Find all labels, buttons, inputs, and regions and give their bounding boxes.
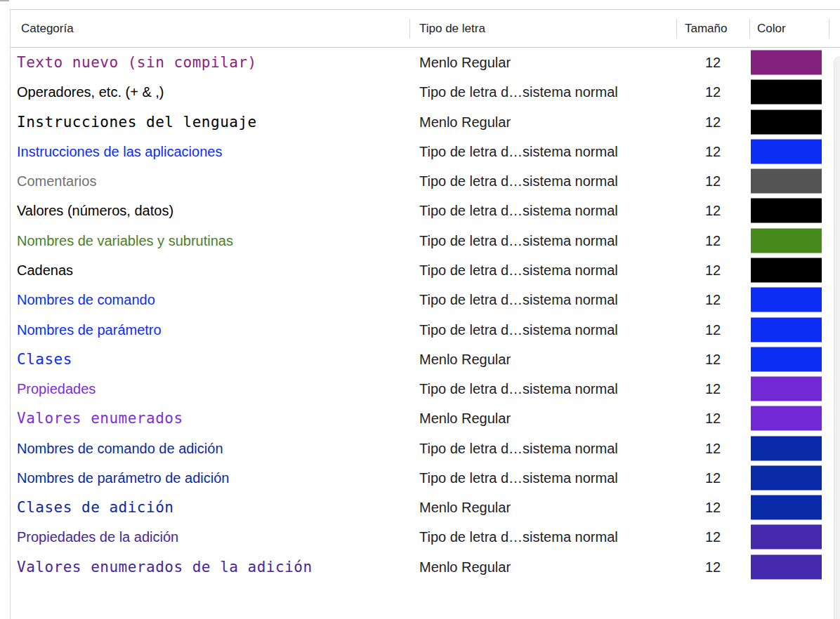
font-cell: Menlo Regular (419, 114, 511, 130)
size-cell: 12 (676, 559, 749, 575)
color-swatch[interactable] (751, 80, 822, 105)
table-row[interactable]: Nombres de comando de adición Tipo de le… (11, 433, 840, 462)
color-swatch[interactable] (751, 109, 822, 134)
table-row[interactable]: Instrucciones del lenguaje Menlo Regular… (11, 107, 840, 137)
font-cell: Tipo de letra d…sistema normal (419, 262, 618, 278)
color-swatch[interactable] (751, 347, 822, 371)
font-cell: Menlo Regular (419, 351, 511, 367)
table-row[interactable]: Nombres de parámetro de adición Tipo de … (11, 463, 840, 493)
size-cell: 12 (676, 470, 749, 486)
font-cell: Tipo de letra d…sistema normal (419, 232, 618, 248)
color-swatch[interactable] (751, 288, 822, 312)
table-row[interactable]: Nombres de comando Tipo de letra d…siste… (11, 285, 840, 314)
size-cell: 12 (676, 500, 749, 516)
header-column-divider (749, 19, 750, 39)
category-label: Nombres de parámetro de adición (17, 470, 229, 486)
category-label: Valores enumerados (17, 410, 183, 427)
column-header-tamano[interactable]: Tamaño (685, 10, 727, 47)
category-label: Nombres de variables y subrutinas (17, 232, 233, 248)
column-header-categoria[interactable]: Categoría (21, 10, 74, 47)
table-row[interactable]: Nombres de parámetro Tipo de letra d…sis… (11, 314, 840, 344)
category-label: Operadores, etc. (+ & ,) (17, 84, 164, 100)
vertical-scrollbar[interactable] (834, 56, 840, 619)
category-label: Nombres de comando de adición (17, 440, 223, 456)
category-label: Valores enumerados de la adición (17, 559, 313, 575)
table-row[interactable]: Texto nuevo (sin compilar) Menlo Regular… (11, 48, 840, 77)
color-swatch[interactable] (751, 51, 822, 75)
font-cell: Tipo de letra d…sistema normal (419, 143, 618, 159)
color-swatch[interactable] (751, 199, 822, 223)
color-swatch[interactable] (751, 495, 822, 520)
category-label: Propiedades de la adición (17, 529, 178, 545)
column-header-tipo-de-letra[interactable]: Tipo de letra (419, 10, 485, 47)
table-row[interactable]: Propiedades Tipo de letra d…sistema norm… (11, 374, 840, 404)
header-column-divider (829, 19, 829, 39)
size-cell: 12 (676, 262, 749, 278)
table-row[interactable]: Valores enumerados Menlo Regular 12 (11, 404, 840, 433)
format-table-panel: Categoría Tipo de letra Tamaño Color Tex… (10, 9, 840, 619)
header-column-divider (676, 19, 677, 39)
color-swatch[interactable] (751, 554, 822, 579)
color-swatch[interactable] (751, 525, 822, 550)
size-cell: 12 (676, 381, 749, 397)
category-label: Instrucciones del lenguaje (17, 114, 257, 131)
table-row[interactable]: Clases Menlo Regular 12 (11, 345, 840, 374)
table-row[interactable]: Cadenas Tipo de letra d…sistema normal 1… (11, 255, 840, 285)
category-label: Texto nuevo (sin compilar) (17, 54, 257, 71)
color-swatch[interactable] (751, 169, 822, 194)
category-label: Nombres de comando (17, 292, 155, 308)
color-swatch[interactable] (751, 465, 822, 490)
size-cell: 12 (676, 321, 749, 338)
font-cell: Tipo de letra d…sistema normal (419, 440, 618, 456)
size-cell: 12 (676, 529, 749, 545)
top-left-divider-artifact (0, 0, 9, 1)
font-cell: Tipo de letra d…sistema normal (419, 529, 618, 545)
script-editor-format-table: { "header": { "columns": [ { "label": "C… (0, 0, 840, 619)
size-cell: 12 (676, 411, 749, 427)
font-cell: Menlo Regular (419, 55, 511, 71)
font-cell: Tipo de letra d…sistema normal (419, 292, 618, 308)
color-swatch[interactable] (751, 406, 822, 431)
color-swatch[interactable] (751, 377, 822, 401)
size-cell: 12 (676, 232, 749, 248)
size-cell: 12 (676, 114, 749, 130)
font-cell: Tipo de letra d…sistema normal (419, 470, 618, 486)
size-cell: 12 (676, 292, 749, 308)
font-cell: Tipo de letra d…sistema normal (419, 84, 618, 100)
category-label: Valores (números, datos) (17, 203, 173, 219)
size-cell: 12 (676, 84, 749, 100)
category-label: Comentarios (17, 173, 96, 189)
color-swatch[interactable] (751, 228, 822, 253)
color-swatch[interactable] (751, 436, 822, 460)
font-cell: Tipo de letra d…sistema normal (419, 381, 618, 397)
category-label: Propiedades (17, 381, 96, 397)
table-row[interactable]: Clases de adición Menlo Regular 12 (11, 493, 840, 522)
size-cell: 12 (676, 55, 749, 71)
color-swatch[interactable] (751, 317, 822, 342)
table-body: Texto nuevo (sin compilar) Menlo Regular… (11, 48, 840, 619)
font-cell: Tipo de letra d…sistema normal (419, 321, 618, 338)
color-swatch[interactable] (751, 258, 822, 282)
size-cell: 12 (676, 173, 749, 189)
font-cell: Menlo Regular (419, 500, 511, 516)
table-row[interactable]: Operadores, etc. (+ & ,) Tipo de letra d… (11, 77, 840, 107)
font-cell: Tipo de letra d…sistema normal (419, 173, 618, 189)
category-label: Instrucciones de las aplicaciones (17, 143, 222, 159)
size-cell: 12 (676, 143, 749, 159)
font-cell: Tipo de letra d…sistema normal (419, 203, 618, 219)
table-header: Categoría Tipo de letra Tamaño Color (11, 10, 840, 48)
size-cell: 12 (676, 440, 749, 456)
table-row[interactable]: Valores enumerados de la adición Menlo R… (11, 552, 840, 582)
table-row[interactable]: Instrucciones de las aplicaciones Tipo d… (11, 137, 840, 166)
table-row[interactable]: Nombres de variables y subrutinas Tipo d… (11, 226, 840, 255)
category-label: Clases (17, 351, 72, 368)
table-row[interactable]: Comentarios Tipo de letra d…sistema norm… (11, 166, 840, 196)
column-header-color[interactable]: Color (757, 10, 786, 47)
category-label: Clases de adición (17, 499, 173, 516)
category-label: Cadenas (17, 262, 73, 278)
table-row[interactable]: Valores (números, datos) Tipo de letra d… (11, 196, 840, 225)
size-cell: 12 (676, 203, 749, 219)
color-swatch[interactable] (751, 139, 822, 164)
font-cell: Menlo Regular (419, 411, 511, 427)
table-row[interactable]: Propiedades de la adición Tipo de letra … (11, 522, 840, 552)
